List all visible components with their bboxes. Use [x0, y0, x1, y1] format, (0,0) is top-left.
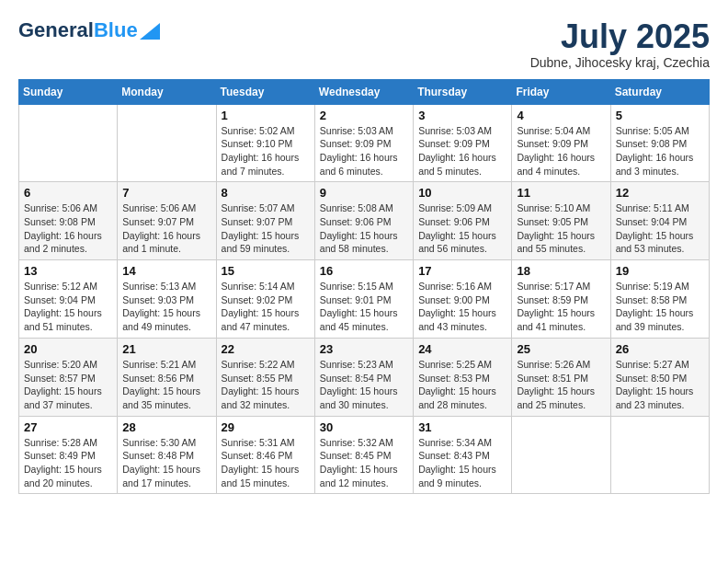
day-info: Sunrise: 5:28 AM Sunset: 8:49 PM Dayligh…: [24, 436, 112, 490]
calendar-cell: 23Sunrise: 5:23 AM Sunset: 8:54 PM Dayli…: [314, 338, 413, 416]
day-number: 28: [122, 420, 210, 434]
day-number: 27: [24, 420, 112, 434]
day-number: 29: [222, 420, 310, 434]
day-number: 22: [222, 342, 310, 356]
calendar-cell: 19Sunrise: 5:19 AM Sunset: 8:58 PM Dayli…: [610, 260, 709, 339]
day-number: 16: [320, 264, 408, 278]
day-info: Sunrise: 5:15 AM Sunset: 9:01 PM Dayligh…: [320, 280, 408, 334]
day-info: Sunrise: 5:05 AM Sunset: 9:08 PM Dayligh…: [616, 124, 704, 178]
calendar-cell: [512, 416, 610, 494]
calendar-cell: [118, 104, 216, 182]
day-number: 8: [222, 186, 310, 200]
calendar-cell: 25Sunrise: 5:26 AM Sunset: 8:51 PM Dayli…: [512, 338, 610, 416]
calendar-cell: [610, 416, 709, 494]
calendar-week-row: 27Sunrise: 5:28 AM Sunset: 8:49 PM Dayli…: [19, 416, 710, 494]
calendar-cell: 12Sunrise: 5:11 AM Sunset: 9:04 PM Dayli…: [610, 182, 709, 260]
calendar-cell: 20Sunrise: 5:20 AM Sunset: 8:57 PM Dayli…: [19, 338, 118, 416]
day-number: 12: [616, 186, 704, 200]
day-number: 31: [418, 420, 506, 434]
month-title: July 2025: [530, 18, 710, 55]
calendar-cell: 31Sunrise: 5:34 AM Sunset: 8:43 PM Dayli…: [414, 416, 512, 494]
day-info: Sunrise: 5:30 AM Sunset: 8:48 PM Dayligh…: [122, 436, 210, 490]
day-number: 10: [418, 186, 506, 200]
day-info: Sunrise: 5:32 AM Sunset: 8:45 PM Dayligh…: [320, 436, 408, 490]
calendar-cell: [19, 104, 118, 182]
calendar-week-row: 13Sunrise: 5:12 AM Sunset: 9:04 PM Dayli…: [19, 260, 710, 339]
day-number: 13: [24, 264, 112, 278]
calendar-cell: 26Sunrise: 5:27 AM Sunset: 8:50 PM Dayli…: [610, 338, 709, 416]
day-info: Sunrise: 5:06 AM Sunset: 9:07 PM Dayligh…: [122, 201, 210, 256]
calendar-cell: 27Sunrise: 5:28 AM Sunset: 8:49 PM Dayli…: [19, 416, 118, 494]
day-info: Sunrise: 5:21 AM Sunset: 8:56 PM Dayligh…: [122, 358, 210, 412]
calendar-cell: 11Sunrise: 5:10 AM Sunset: 9:05 PM Dayli…: [512, 182, 610, 260]
day-number: 15: [222, 264, 310, 278]
day-info: Sunrise: 5:25 AM Sunset: 8:53 PM Dayligh…: [418, 358, 506, 412]
weekday-header: Tuesday: [216, 79, 314, 104]
title-block: July 2025 Dubne, Jihocesky kraj, Czechia: [530, 18, 710, 70]
calendar-week-row: 1Sunrise: 5:02 AM Sunset: 9:10 PM Daylig…: [19, 104, 710, 182]
day-number: 24: [418, 342, 506, 356]
day-info: Sunrise: 5:31 AM Sunset: 8:46 PM Dayligh…: [222, 436, 310, 490]
day-number: 14: [122, 264, 210, 278]
weekday-header: Sunday: [19, 79, 118, 104]
day-info: Sunrise: 5:19 AM Sunset: 8:58 PM Dayligh…: [616, 280, 704, 334]
svg-marker-0: [140, 23, 160, 40]
day-info: Sunrise: 5:08 AM Sunset: 9:06 PM Dayligh…: [320, 201, 408, 256]
calendar-cell: 8Sunrise: 5:07 AM Sunset: 9:07 PM Daylig…: [216, 182, 314, 260]
day-number: 11: [517, 186, 605, 200]
calendar-cell: 16Sunrise: 5:15 AM Sunset: 9:01 PM Dayli…: [314, 260, 413, 339]
day-number: 9: [320, 186, 408, 200]
location-text: Dubne, Jihocesky kraj, Czechia: [530, 55, 710, 70]
day-info: Sunrise: 5:10 AM Sunset: 9:05 PM Dayligh…: [517, 201, 605, 256]
calendar-cell: 13Sunrise: 5:12 AM Sunset: 9:04 PM Dayli…: [19, 260, 118, 339]
day-number: 3: [418, 109, 506, 122]
page-header: General Blue July 2025 Dubne, Jihocesky …: [18, 18, 710, 70]
day-info: Sunrise: 5:23 AM Sunset: 8:54 PM Dayligh…: [320, 358, 408, 412]
day-number: 18: [517, 264, 605, 278]
day-info: Sunrise: 5:34 AM Sunset: 8:43 PM Dayligh…: [418, 436, 506, 490]
day-info: Sunrise: 5:03 AM Sunset: 9:09 PM Dayligh…: [320, 124, 408, 178]
calendar-cell: 7Sunrise: 5:06 AM Sunset: 9:07 PM Daylig…: [118, 182, 216, 260]
day-number: 23: [320, 342, 408, 356]
day-number: 17: [418, 264, 506, 278]
logo-general: General: [18, 18, 94, 42]
day-number: 5: [616, 109, 704, 122]
calendar-cell: 14Sunrise: 5:13 AM Sunset: 9:03 PM Dayli…: [118, 260, 216, 339]
weekday-header-row: SundayMondayTuesdayWednesdayThursdayFrid…: [19, 79, 710, 104]
calendar-cell: 9Sunrise: 5:08 AM Sunset: 9:06 PM Daylig…: [314, 182, 413, 260]
day-number: 7: [122, 186, 210, 200]
calendar-cell: 17Sunrise: 5:16 AM Sunset: 9:00 PM Dayli…: [414, 260, 512, 339]
calendar-week-row: 20Sunrise: 5:20 AM Sunset: 8:57 PM Dayli…: [19, 338, 710, 416]
day-info: Sunrise: 5:16 AM Sunset: 9:00 PM Dayligh…: [418, 280, 506, 334]
day-number: 21: [122, 342, 210, 356]
weekday-header: Saturday: [610, 79, 709, 104]
calendar-cell: 30Sunrise: 5:32 AM Sunset: 8:45 PM Dayli…: [314, 416, 413, 494]
day-info: Sunrise: 5:09 AM Sunset: 9:06 PM Dayligh…: [418, 201, 506, 256]
calendar-week-row: 6Sunrise: 5:06 AM Sunset: 9:08 PM Daylig…: [19, 182, 710, 260]
day-info: Sunrise: 5:06 AM Sunset: 9:08 PM Dayligh…: [24, 201, 112, 256]
day-info: Sunrise: 5:07 AM Sunset: 9:07 PM Dayligh…: [222, 201, 310, 256]
weekday-header: Monday: [118, 79, 216, 104]
day-number: 2: [320, 109, 408, 122]
calendar-cell: 24Sunrise: 5:25 AM Sunset: 8:53 PM Dayli…: [414, 338, 512, 416]
logo: General Blue: [18, 18, 160, 42]
calendar-table: SundayMondayTuesdayWednesdayThursdayFrid…: [18, 79, 710, 495]
day-number: 26: [616, 342, 704, 356]
calendar-cell: 15Sunrise: 5:14 AM Sunset: 9:02 PM Dayli…: [216, 260, 314, 339]
day-info: Sunrise: 5:26 AM Sunset: 8:51 PM Dayligh…: [517, 358, 605, 412]
calendar-cell: 4Sunrise: 5:04 AM Sunset: 9:09 PM Daylig…: [512, 104, 610, 182]
day-info: Sunrise: 5:22 AM Sunset: 8:55 PM Dayligh…: [222, 358, 310, 412]
weekday-header: Wednesday: [314, 79, 413, 104]
day-number: 1: [222, 109, 310, 122]
day-info: Sunrise: 5:11 AM Sunset: 9:04 PM Dayligh…: [616, 201, 704, 256]
calendar-cell: 10Sunrise: 5:09 AM Sunset: 9:06 PM Dayli…: [414, 182, 512, 260]
day-info: Sunrise: 5:13 AM Sunset: 9:03 PM Dayligh…: [122, 280, 210, 334]
day-number: 4: [517, 109, 605, 122]
day-number: 25: [517, 342, 605, 356]
day-info: Sunrise: 5:27 AM Sunset: 8:50 PM Dayligh…: [616, 358, 704, 412]
weekday-header: Thursday: [414, 79, 512, 104]
calendar-cell: 1Sunrise: 5:02 AM Sunset: 9:10 PM Daylig…: [216, 104, 314, 182]
calendar-cell: 2Sunrise: 5:03 AM Sunset: 9:09 PM Daylig…: [314, 104, 413, 182]
calendar-cell: 18Sunrise: 5:17 AM Sunset: 8:59 PM Dayli…: [512, 260, 610, 339]
calendar-cell: 29Sunrise: 5:31 AM Sunset: 8:46 PM Dayli…: [216, 416, 314, 494]
